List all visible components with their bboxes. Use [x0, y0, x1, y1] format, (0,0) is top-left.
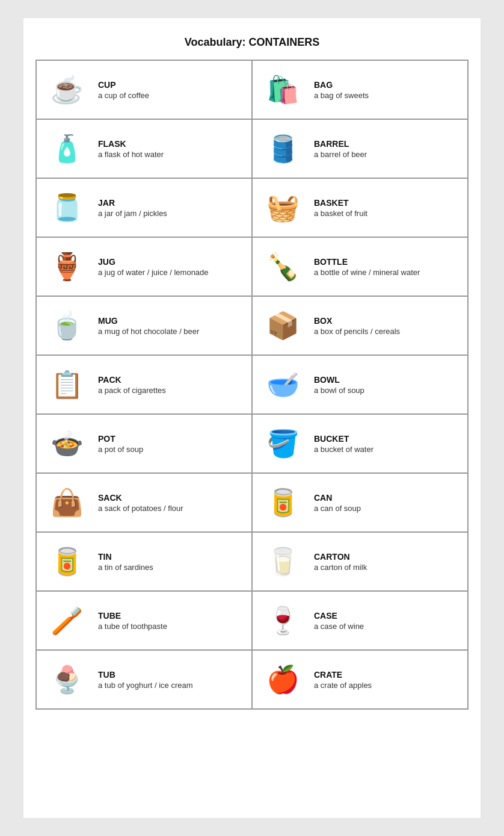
- bowl-text: BOWLa bowl of soup: [314, 375, 364, 395]
- cup-text: CUPa cup of coffee: [98, 80, 149, 100]
- crate-text: CRATEa crate of apples: [314, 670, 372, 690]
- cell-left-0: ☕CUPa cup of coffee: [36, 60, 252, 119]
- cell-inner-left-10: 🍨TUBa tub of yoghurt / ice cream: [43, 655, 245, 704]
- basket-text: BASKETa basket of fruit: [314, 198, 367, 218]
- cell-left-5: 📋PACKa pack of cigarettes: [36, 355, 252, 414]
- jar-description: a jar of jam / pickles: [98, 209, 167, 218]
- bottle-label: BOTTLE: [314, 257, 420, 267]
- jar-label: JAR: [98, 198, 167, 208]
- jug-icon: 🏺: [43, 251, 91, 282]
- barrel-text: BARRELa barrel of beer: [314, 139, 367, 159]
- cell-left-3: 🏺JUGa jug of water / juice / lemonade: [36, 237, 252, 296]
- barrel-label: BARREL: [314, 139, 367, 149]
- cell-inner-left-2: 🫙JARa jar of jam / pickles: [43, 184, 245, 232]
- cell-inner-left-8: 🥫TINa tin of sardines: [43, 537, 245, 586]
- cell-right-5: 🥣BOWLa bowl of soup: [252, 355, 468, 414]
- sack-icon: 👜: [43, 487, 91, 518]
- box-text: BOXa box of pencils / cereals: [314, 316, 400, 336]
- tin-text: TINa tin of sardines: [98, 552, 153, 572]
- crate-icon: 🍎: [259, 664, 307, 695]
- jug-label: JUG: [98, 257, 209, 267]
- pot-label: POT: [98, 434, 143, 444]
- bottle-description: a bottle of wine / mineral water: [314, 268, 420, 277]
- mug-icon: 🍵: [43, 310, 91, 341]
- cell-left-6: 🍲POTa pot of soup: [36, 414, 252, 473]
- pot-text: POTa pot of soup: [98, 434, 143, 454]
- sack-label: SACK: [98, 493, 183, 503]
- tin-icon: 🥫: [43, 546, 91, 577]
- tube-label: TUBE: [98, 611, 167, 621]
- flask-description: a flask of hot water: [98, 150, 164, 159]
- mug-description: a mug of hot chocolate / beer: [98, 327, 199, 336]
- can-icon: 🥫: [259, 487, 307, 518]
- bucket-description: a bucket of water: [314, 445, 373, 454]
- bowl-description: a bowl of soup: [314, 386, 364, 395]
- cell-inner-right-5: 🥣BOWLa bowl of soup: [259, 361, 461, 409]
- sack-text: SACKa sack of potatoes / flour: [98, 493, 183, 513]
- pot-icon: 🍲: [43, 428, 91, 459]
- cell-left-10: 🍨TUBa tub of yoghurt / ice cream: [36, 650, 252, 709]
- bucket-text: BUCKETa bucket of water: [314, 434, 373, 454]
- cell-right-3: 🍾BOTTLEa bottle of wine / mineral water: [252, 237, 468, 296]
- page: Vocabulary: CONTAINERS ☕CUPa cup of coff…: [23, 18, 481, 818]
- box-description: a box of pencils / cereals: [314, 327, 400, 336]
- cell-right-6: 🪣BUCKETa bucket of water: [252, 414, 468, 473]
- cell-inner-left-9: 🪥TUBEa tube of toothpaste: [43, 596, 245, 645]
- bag-text: BAGa bag of sweets: [314, 80, 369, 100]
- cell-inner-right-0: 🛍️BAGa bag of sweets: [259, 66, 461, 114]
- case-text: CASEa case of wine: [314, 611, 364, 631]
- mug-label: MUG: [98, 316, 199, 326]
- cell-left-4: 🍵MUGa mug of hot chocolate / beer: [36, 296, 252, 355]
- cell-inner-right-1: 🛢️BARRELa barrel of beer: [259, 125, 461, 173]
- carton-text: CARTONa carton of milk: [314, 552, 367, 572]
- bucket-icon: 🪣: [259, 428, 307, 459]
- tin-description: a tin of sardines: [98, 563, 153, 572]
- cell-right-4: 📦BOXa box of pencils / cereals: [252, 296, 468, 355]
- jug-description: a jug of water / juice / lemonade: [98, 268, 209, 277]
- cell-inner-left-6: 🍲POTa pot of soup: [43, 420, 245, 468]
- crate-description: a crate of apples: [314, 681, 372, 690]
- can-label: CAN: [314, 493, 361, 503]
- cup-description: a cup of coffee: [98, 91, 149, 100]
- basket-description: a basket of fruit: [314, 209, 367, 218]
- tub-label: TUB: [98, 670, 193, 680]
- pack-icon: 📋: [43, 369, 91, 400]
- case-description: a case of wine: [314, 622, 364, 631]
- cell-inner-right-4: 📦BOXa box of pencils / cereals: [259, 302, 461, 350]
- cell-left-9: 🪥TUBEa tube of toothpaste: [36, 591, 252, 650]
- barrel-icon: 🛢️: [259, 133, 307, 164]
- page-title: Vocabulary: CONTAINERS: [35, 36, 469, 49]
- crate-label: CRATE: [314, 670, 372, 680]
- bottle-icon: 🍾: [259, 251, 307, 282]
- pack-label: PACK: [98, 375, 166, 385]
- flask-text: FLASKa flask of hot water: [98, 139, 164, 159]
- pack-description: a pack of cigarettes: [98, 386, 166, 395]
- bottle-text: BOTTLEa bottle of wine / mineral water: [314, 257, 420, 277]
- cell-inner-right-10: 🍎CRATEa crate of apples: [259, 655, 461, 704]
- can-description: a can of soup: [314, 504, 361, 513]
- cell-right-7: 🥫CANa can of soup: [252, 473, 468, 532]
- cell-left-1: 🧴FLASKa flask of hot water: [36, 119, 252, 178]
- flask-icon: 🧴: [43, 133, 91, 164]
- pot-description: a pot of soup: [98, 445, 143, 454]
- cell-inner-left-1: 🧴FLASKa flask of hot water: [43, 125, 245, 173]
- cell-left-7: 👜SACKa sack of potatoes / flour: [36, 473, 252, 532]
- can-text: CANa can of soup: [314, 493, 361, 513]
- cell-inner-left-4: 🍵MUGa mug of hot chocolate / beer: [43, 302, 245, 350]
- cup-label: CUP: [98, 80, 149, 90]
- tub-icon: 🍨: [43, 664, 91, 695]
- tub-text: TUBa tub of yoghurt / ice cream: [98, 670, 193, 690]
- sack-description: a sack of potatoes / flour: [98, 504, 183, 513]
- flask-label: FLASK: [98, 139, 164, 149]
- tube-text: TUBEa tube of toothpaste: [98, 611, 167, 631]
- cell-inner-right-8: 🥛CARTONa carton of milk: [259, 537, 461, 586]
- bowl-label: BOWL: [314, 375, 364, 385]
- bag-label: BAG: [314, 80, 369, 90]
- cell-inner-left-7: 👜SACKa sack of potatoes / flour: [43, 478, 245, 527]
- tub-description: a tub of yoghurt / ice cream: [98, 681, 193, 690]
- bowl-icon: 🥣: [259, 369, 307, 400]
- basket-label: BASKET: [314, 198, 367, 208]
- carton-icon: 🥛: [259, 546, 307, 577]
- cell-inner-left-0: ☕CUPa cup of coffee: [43, 66, 245, 114]
- cell-inner-right-3: 🍾BOTTLEa bottle of wine / mineral water: [259, 243, 461, 291]
